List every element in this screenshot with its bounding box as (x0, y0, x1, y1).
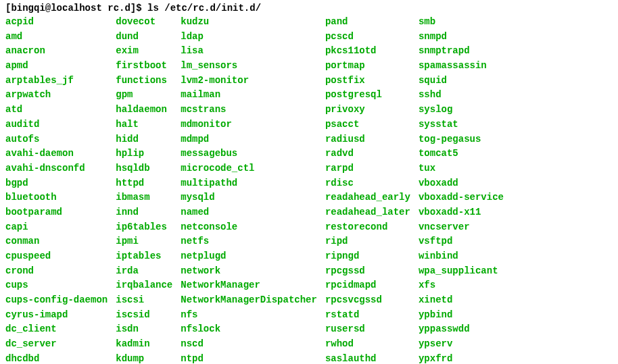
file-entry: rstatd (325, 308, 410, 323)
file-entry: rpcidmapd (325, 278, 410, 293)
file-entry: dc_server (5, 337, 108, 352)
file-entry: innd (116, 205, 172, 220)
file-entry: microcode_ctl (181, 161, 317, 176)
file-entry: ntpd (181, 352, 317, 364)
file-entry: postfix (325, 74, 410, 88)
file-entry: mdmonitor (181, 118, 317, 132)
file-entry: auditd (5, 118, 108, 132)
file-entry: cups (5, 278, 108, 293)
file-entry: vboxadd (419, 176, 504, 191)
file-entry: cpuspeed (5, 249, 108, 264)
file-entry: privoxy (325, 103, 410, 118)
file-entry: lm_sensors (181, 59, 317, 74)
file-entry: kdump (116, 352, 172, 364)
file-entry: hplip (116, 147, 172, 161)
file-entry: dc_client (5, 322, 108, 337)
file-entry: ip6tables (116, 220, 172, 235)
shell-prompt: [bingqi@localhost rc.d]$ (5, 3, 147, 14)
file-entry: tomcat5 (419, 147, 504, 161)
file-entry: network (181, 264, 317, 279)
file-entry: syslog (419, 103, 504, 118)
file-entry: netconsole (181, 220, 317, 235)
file-entry: squid (419, 74, 504, 88)
file-entry: restorecond (325, 220, 410, 235)
file-entry: firstboot (116, 59, 172, 74)
file-entry: named (181, 205, 317, 220)
file-entry: hidd (116, 132, 172, 147)
listing-column-5: smbsnmpdsnmptrapdspamassassinsquidsshdsy… (419, 15, 504, 364)
file-entry: mcstrans (181, 103, 317, 118)
file-entry: cups-config-daemon (5, 293, 108, 308)
file-entry: nfs (181, 308, 317, 323)
file-entry: apmd (5, 59, 108, 74)
file-entry: ypxfrd (419, 352, 504, 364)
file-entry: isdn (116, 322, 172, 337)
file-entry: acpid (5, 15, 108, 30)
file-entry: xfs (419, 278, 504, 293)
file-entry: ipmi (116, 234, 172, 249)
file-entry: radvd (325, 147, 410, 161)
file-entry: sysstat (419, 118, 504, 132)
file-entry: spamassassin (419, 59, 504, 74)
file-entry: halt (116, 118, 172, 132)
file-entry: NetworkManager (181, 278, 317, 293)
file-entry: sshd (419, 88, 504, 103)
file-entry: dovecot (116, 15, 172, 30)
file-entry: vncserver (419, 220, 504, 235)
file-entry: netfs (181, 234, 317, 249)
file-entry: winbind (419, 249, 504, 264)
file-entry: iptables (116, 249, 172, 264)
file-entry: xinetd (419, 293, 504, 308)
file-entry: rdisc (325, 176, 410, 191)
file-entry: mailman (181, 88, 317, 103)
file-entry: ldap (181, 30, 317, 45)
file-entry: dhcdbd (5, 352, 108, 364)
file-entry: multipathd (181, 176, 317, 191)
file-entry: httpd (116, 176, 172, 191)
file-entry: radiusd (325, 132, 410, 147)
file-entry: tog-pegasus (419, 132, 504, 147)
file-entry: readahead_later (325, 205, 410, 220)
file-entry: bgpd (5, 176, 108, 191)
file-entry: rusersd (325, 322, 410, 337)
file-entry: anacron (5, 44, 108, 59)
file-entry: bootparamd (5, 205, 108, 220)
file-entry: haldaemon (116, 103, 172, 118)
file-entry: crond (5, 264, 108, 279)
file-entry: dund (116, 30, 172, 45)
file-entry: vboxadd-service (419, 190, 504, 205)
file-entry: functions (116, 74, 172, 88)
file-entry: gpm (116, 88, 172, 103)
file-entry: mdmpd (181, 132, 317, 147)
listing-column-2: dovecotdundeximfirstbootfunctionsgpmhald… (116, 15, 172, 364)
file-entry: rpcsvcgssd (325, 293, 410, 308)
file-entry: irda (116, 264, 172, 279)
file-entry: pand (325, 15, 410, 30)
file-entry: ripd (325, 234, 410, 249)
file-entry: ypbind (419, 308, 504, 323)
file-entry: lisa (181, 44, 317, 59)
file-entry: yppasswdd (419, 322, 504, 337)
file-entry: pcscd (325, 30, 410, 45)
file-entry: smb (419, 15, 504, 30)
file-entry: portmap (325, 59, 410, 74)
file-entry: avahi-dnsconfd (5, 161, 108, 176)
file-entry: rwhod (325, 337, 410, 352)
listing-column-1: acpidamdanacronapmdarptables_jfarpwatcha… (5, 15, 108, 364)
file-entry: atd (5, 103, 108, 118)
file-entry: autofs (5, 132, 108, 147)
file-entry: NetworkManagerDispatcher (181, 293, 317, 308)
file-entry: amd (5, 30, 108, 45)
file-entry: pkcs11otd (325, 44, 410, 59)
file-entry: snmptrapd (419, 44, 504, 59)
file-entry: vsftpd (419, 234, 504, 249)
file-entry: exim (116, 44, 172, 59)
file-entry: mysqld (181, 190, 317, 205)
listing-column-3: kudzuldaplisalm_sensorslvm2-monitormailm… (181, 15, 317, 364)
file-entry: nfslock (181, 322, 317, 337)
file-entry: rpcgssd (325, 264, 410, 279)
file-entry: lvm2-monitor (181, 74, 317, 88)
listing-column-4: pandpcscdpkcs11otdportmappostfixpostgres… (325, 15, 410, 364)
file-entry: ibmasm (116, 190, 172, 205)
file-entry: iscsid (116, 308, 172, 323)
